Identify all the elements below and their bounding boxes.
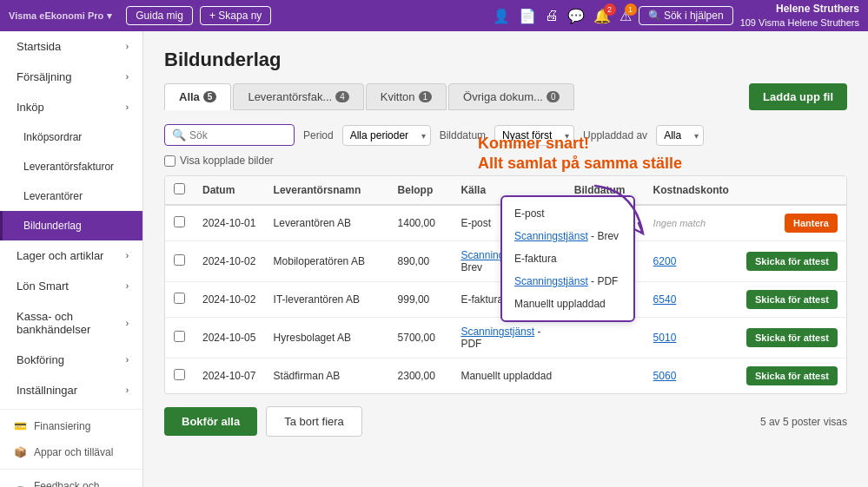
row-datum: 2024-10-05: [194, 318, 265, 359]
row-konto: 6200: [645, 241, 738, 282]
sidebar-item-finansiering[interactable]: 💳 Finansiering: [0, 413, 142, 439]
ta-bort-fiera-button[interactable]: Ta bort fiera: [266, 406, 362, 437]
skicka-attest-button[interactable]: Skicka för attest: [746, 328, 838, 347]
sidebar-item-appar[interactable]: 📦 Appar och tilläval: [0, 439, 142, 465]
bokfor-alla-button[interactable]: Bokför alla: [164, 407, 257, 436]
sidebar-label: Startsida: [17, 40, 61, 53]
kalla-link[interactable]: Scanningstjänst: [461, 326, 534, 338]
search-icon: 🔍: [172, 128, 186, 141]
skicka-attest-button[interactable]: Skicka för attest: [746, 290, 838, 309]
uppladdad-label: Uppladdad av: [583, 129, 647, 141]
row-check[interactable]: [165, 318, 194, 359]
search-box[interactable]: 🔍: [164, 124, 295, 146]
uppladdad-av-select[interactable]: Alla: [656, 125, 704, 146]
hantera-button[interactable]: Hantera: [785, 214, 838, 233]
print-icon[interactable]: 🖨: [545, 8, 559, 23]
sidebar-item-leverantorsfakturor[interactable]: Leverantörsfakturor: [0, 152, 142, 181]
skicka-attest-button[interactable]: Skicka för attest: [746, 366, 838, 385]
search-help-button[interactable]: 🔍 Sök i hjälpen: [639, 6, 733, 25]
visa-kopplade-label: Visa kopplade bilder: [180, 155, 274, 167]
appar-icon: 📦: [14, 446, 27, 458]
chat-icon[interactable]: 💬: [567, 8, 585, 24]
row-action: Hantera: [738, 205, 846, 241]
skapa-ny-button[interactable]: + Skapa ny: [200, 6, 271, 25]
search-input[interactable]: [189, 129, 287, 141]
document-icon[interactable]: 📄: [519, 8, 536, 24]
row-action: Skicka för attest: [738, 318, 846, 359]
skicka-attest-button[interactable]: Skicka för attest: [746, 252, 838, 271]
tab-kvitton[interactable]: Kvitton 1: [366, 83, 447, 110]
brand-name: Visma eEkonomi Pro: [9, 10, 103, 21]
visa-kopplade-row: Visa kopplade bilder: [164, 155, 847, 167]
chevron-right-icon: ›: [126, 102, 129, 112]
table-row: 2024-10-07 Städfirman AB 2300,00 Manuell…: [165, 359, 846, 394]
sidebar-label: Feedback och förslag: [34, 480, 129, 487]
warning-badge: 1: [625, 3, 637, 16]
row-check[interactable]: [165, 241, 194, 282]
popup-row: Scanningstjänst - Brev: [502, 225, 633, 247]
sidebar-item-forsaljning[interactable]: Försäljning ›: [0, 62, 142, 92]
visa-kopplade-checkbox[interactable]: [164, 155, 176, 167]
sidebar-item-startsida[interactable]: Startsida ›: [0, 31, 142, 62]
notification-badge: 2: [604, 3, 616, 16]
nyast-forst-select[interactable]: Nyast först: [494, 125, 574, 146]
sidebar-item-kassa[interactable]: Kassa- och bankhändelser ›: [0, 301, 142, 345]
row-belopp: 5700,00: [389, 318, 453, 359]
sidebar-label: Kassa- och bankhändelser: [17, 310, 126, 336]
konto-link[interactable]: 6200: [653, 255, 677, 267]
row-bilddatum: [566, 318, 645, 359]
konto-link[interactable]: 5060: [653, 370, 677, 382]
th-datum: Datum: [194, 176, 265, 205]
sidebar-label: Appar och tilläval: [34, 446, 113, 458]
row-bilddatum: [566, 359, 645, 394]
popup-link[interactable]: Scanningstjänst: [514, 230, 588, 242]
sidebar-item-inkop[interactable]: Inköp ›: [0, 92, 142, 122]
row-leverantor: Städfirman AB: [265, 359, 389, 394]
brand-logo[interactable]: Visma eEkonomi Pro ▾: [9, 10, 112, 22]
page-title: Bildunderlag: [164, 49, 847, 71]
sidebar-item-lon[interactable]: Lön Smart ›: [0, 271, 142, 301]
sidebar-item-lager[interactable]: Lager och artiklar ›: [0, 240, 142, 271]
guida-mig-button[interactable]: Guida mig: [126, 6, 193, 25]
row-check[interactable]: [165, 359, 194, 394]
th-konto: Kostnadskonto: [645, 176, 738, 205]
tab-count: 4: [335, 91, 349, 102]
row-leverantor: Hyresbolaget AB: [265, 318, 389, 359]
row-action: Skicka för attest: [738, 359, 846, 394]
sidebar-item-installningar[interactable]: Inställningar ›: [0, 375, 142, 405]
tab-alla[interactable]: Alla 5: [164, 83, 231, 110]
sidebar-item-inkopsordrar[interactable]: Inköpsordrar: [0, 122, 142, 152]
app-layout: Startsida › Försäljning › Inköp › Inköps…: [0, 31, 868, 487]
select-all-checkbox[interactable]: [174, 183, 185, 194]
main-content: Bildunderlag Alla 5 Leverantörsfak... 4 …: [143, 31, 868, 487]
period-select[interactable]: Alla perioder: [342, 125, 431, 146]
table-row: 2024-10-05 Hyresbolaget AB 5700,00 Scann…: [165, 318, 846, 359]
konto-link[interactable]: 6540: [653, 293, 677, 306]
tab-count: 5: [203, 91, 217, 102]
sidebar-label: Försäljning: [17, 70, 72, 83]
upload-button[interactable]: Ladda upp fil: [749, 83, 847, 110]
row-leverantor: Leverantören AB: [265, 205, 389, 241]
tab-ovriga[interactable]: Övriga dokum... 0: [448, 83, 574, 110]
sidebar-label: Inköp: [17, 101, 44, 114]
sidebar-item-leverantorer[interactable]: Leverantörer: [0, 181, 142, 211]
chevron-right-icon: ›: [126, 385, 129, 395]
sidebar-item-feedback[interactable]: 💬 Feedback och förslag: [0, 473, 142, 487]
notification-icon[interactable]: 🔔2: [593, 8, 611, 24]
sidebar-item-bokforing[interactable]: Bokföring ›: [0, 345, 142, 375]
konto-link[interactable]: 5010: [653, 332, 677, 344]
people-icon[interactable]: 👤: [493, 8, 510, 24]
user-info: Helene Struthers 109 Visma Helene Struth…: [740, 3, 859, 29]
row-check[interactable]: [165, 205, 194, 241]
row-check[interactable]: [165, 282, 194, 318]
nav-icons-group: 👤 📄 🖨 💬 🔔2 ⚠1: [493, 8, 632, 24]
popup-row: Manuellt uppladdad: [502, 293, 633, 315]
sidebar-item-bildunderlag[interactable]: Bildunderlag: [0, 211, 142, 240]
tab-leverantorsfak[interactable]: Leverantörsfak... 4: [233, 83, 363, 110]
kalla-popup: E-post Scanningstjänst - Brev E-faktura …: [500, 195, 635, 322]
sidebar-label: Inställningar: [17, 384, 77, 397]
chevron-right-icon: ›: [126, 319, 129, 328]
warning-icon[interactable]: ⚠1: [620, 8, 632, 24]
popup-link[interactable]: Scanningstjänst: [514, 275, 588, 287]
row-belopp: 2300,00: [389, 359, 453, 394]
